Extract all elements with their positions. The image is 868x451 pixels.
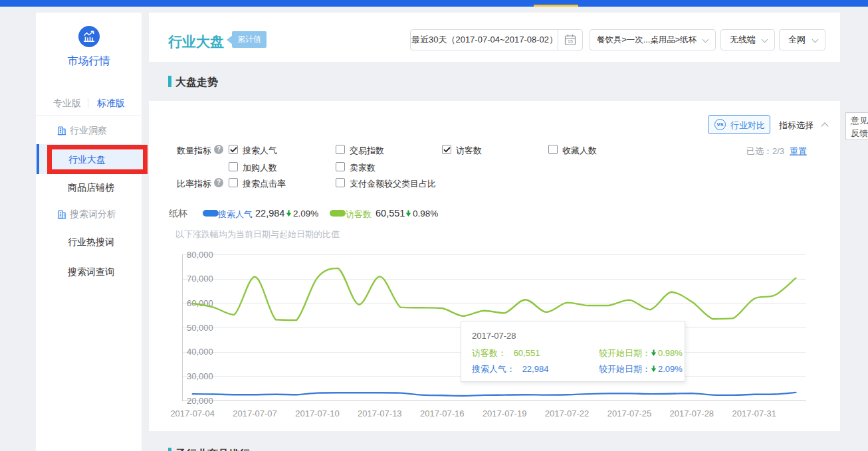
chevron-up-icon: [821, 122, 828, 130]
edition-tabs: 专业版 标准版: [36, 97, 142, 110]
chart-legend: 纸杯 搜索人气 22,984 2.09% 访客数 60,551 0.98%: [169, 207, 634, 219]
help-icon[interactable]: ?: [214, 178, 223, 187]
tab-standard-edition[interactable]: 标准版: [97, 98, 125, 110]
section-title: 子行业商品排行: [175, 448, 250, 451]
chart-tooltip: 2017-07-28 访客数： 60,551 较开始日期：0.98% 搜索人气：…: [461, 321, 685, 382]
checkbox-label: 加购人数: [243, 162, 277, 174]
tooltip-date: 2017-07-28: [472, 331, 516, 341]
feedback-label-line1: 意见: [851, 114, 868, 127]
svg-text:2017-07-13: 2017-07-13: [358, 408, 402, 418]
svg-text:2017-07-04: 2017-07-04: [170, 408, 215, 418]
legend-pill-visitor-count[interactable]: [330, 210, 346, 217]
sidebar: 市场行情 专业版 标准版 行业洞察: [36, 13, 142, 451]
checkbox-label: 搜索人气: [243, 145, 277, 157]
legend-series-name[interactable]: 访客数: [346, 209, 372, 221]
svg-text:2017-07-19: 2017-07-19: [483, 408, 527, 418]
svg-text:2017-07-28: 2017-07-28: [670, 408, 714, 418]
svg-text:30,000: 30,000: [187, 371, 213, 381]
sidebar-item-label[interactable]: 行业热搜词: [68, 236, 114, 248]
svg-text:50,000: 50,000: [187, 323, 213, 333]
tooltip-row-search: 搜索人气： 22,984 较开始日期：2.09%: [472, 363, 675, 374]
buildings-icon: [57, 126, 66, 137]
date-range-picker[interactable]: 最近30天（2017-07-04~2017-08-02） 15: [410, 29, 583, 50]
svg-text:2017-07-16: 2017-07-16: [420, 408, 465, 418]
svg-text:2017-07-22: 2017-07-22: [545, 408, 590, 418]
checkbox-box[interactable]: [229, 178, 238, 187]
compare-button-label: 行业对比: [730, 120, 765, 132]
down-arrow-icon: [405, 209, 411, 219]
sidebar-group-industry-insight[interactable]: 行业洞察: [36, 125, 142, 138]
terminal-select[interactable]: 无线端: [720, 29, 775, 50]
industry-compare-button[interactable]: vs 行业对比: [708, 115, 770, 134]
chevron-down-icon: [703, 37, 709, 43]
sidebar-item-search-word-query[interactable]: 搜索词查询: [36, 266, 142, 280]
metric-select-toggle[interactable]: 指标选择: [779, 120, 827, 132]
quantity-group-label: 数量指标: [177, 145, 211, 157]
sidebar-item-industry-hot-words[interactable]: 行业热搜词: [36, 236, 142, 250]
chevron-down-icon: [762, 37, 768, 43]
legend-series-value: 22,984: [255, 208, 284, 219]
scope-select[interactable]: 全网: [779, 29, 825, 50]
active-item-accent-bar: [37, 144, 39, 174]
legend-series-name[interactable]: 搜索人气: [218, 209, 253, 221]
chart-note: 以下涨跌幅均为当前日期与起始日期的比值: [175, 228, 340, 240]
ratio-group-label: 比率指标: [177, 178, 211, 190]
down-arrow-icon: [286, 209, 292, 219]
section-title: 大盘走势: [175, 76, 218, 90]
checkbox-label: 卖家数: [350, 162, 376, 174]
sidebar-group-label: 搜索词分析: [70, 209, 116, 221]
svg-text:15: 15: [568, 39, 573, 44]
checkbox-label: 支付金额较父类目占比: [350, 178, 436, 190]
checkbox-box[interactable]: [336, 178, 345, 187]
checkbox-label: 收藏人数: [562, 145, 597, 157]
cumulative-value-badge: 累计值: [232, 31, 267, 48]
tooltip-row-visitor: 访客数： 60,551 较开始日期：0.98%: [472, 347, 675, 358]
legend-category: 纸杯: [169, 208, 187, 220]
svg-text:2017-07-31: 2017-07-31: [732, 408, 777, 418]
date-range-value[interactable]: 最近30天（2017-07-04~2017-08-02）: [411, 30, 558, 50]
svg-text:80,000: 80,000: [187, 250, 213, 260]
checkbox-box[interactable]: [336, 162, 345, 171]
top-nav-bar: [0, 0, 868, 7]
svg-text:2017-07-07: 2017-07-07: [233, 408, 277, 418]
tab-pro-edition[interactable]: 专业版: [53, 98, 81, 110]
checkbox-box[interactable]: [548, 145, 558, 154]
down-arrow-icon: [651, 365, 657, 375]
svg-text:20,000: 20,000: [187, 396, 213, 406]
sidebar-group-label: 行业洞察: [70, 125, 107, 137]
sidebar-item-label[interactable]: 搜索词查询: [68, 266, 114, 278]
sidebar-item-industry-board[interactable]: 行业大盘: [36, 144, 142, 174]
edition-divider: [88, 98, 88, 108]
calendar-button[interactable]: 15: [558, 30, 582, 50]
checkbox-box[interactable]: [229, 162, 238, 171]
sidebar-group-search-word-analysis[interactable]: 搜索词分析: [36, 209, 142, 222]
terminal-value: 无线端: [730, 35, 756, 45]
feedback-label-line2: 反馈: [851, 127, 868, 139]
reset-link[interactable]: 重置: [790, 145, 807, 157]
checkbox-box[interactable]: [229, 145, 238, 154]
svg-text:2017-07-25: 2017-07-25: [607, 408, 652, 418]
category-select[interactable]: 餐饮具>一次...桌用品>纸杯: [590, 29, 716, 50]
red-annotation-box: [47, 145, 148, 174]
checkbox-label: 搜索点击率: [243, 178, 286, 190]
legend-pill-search-popularity[interactable]: [203, 210, 219, 217]
selected-count: 已选：2/3: [746, 145, 784, 157]
market-quotes-logo: [78, 26, 100, 47]
feedback-tab[interactable]: 意见 反馈: [845, 112, 868, 140]
help-icon[interactable]: ?: [214, 145, 223, 154]
checkbox-box[interactable]: [336, 145, 345, 154]
chevron-down-icon: [812, 37, 819, 43]
sidebar-divider: [36, 115, 142, 116]
checkbox-box[interactable]: [442, 145, 451, 154]
page: 市场行情 专业版 标准版 行业洞察: [0, 0, 868, 451]
svg-text:40,000: 40,000: [187, 347, 213, 357]
legend-series-value: 60,551: [376, 208, 405, 219]
checkbox-label: 访客数: [456, 145, 482, 157]
top-nav-active-marker: [534, 5, 578, 7]
page-title: 行业大盘: [168, 33, 224, 51]
calendar-icon: 15: [564, 34, 576, 46]
sidebar-item-label[interactable]: 商品店铺榜: [68, 182, 114, 194]
sidebar-item-product-shop-rank[interactable]: 商品店铺榜: [36, 182, 142, 195]
down-arrow-icon: [651, 349, 657, 359]
app-title: 市场行情: [36, 54, 142, 68]
